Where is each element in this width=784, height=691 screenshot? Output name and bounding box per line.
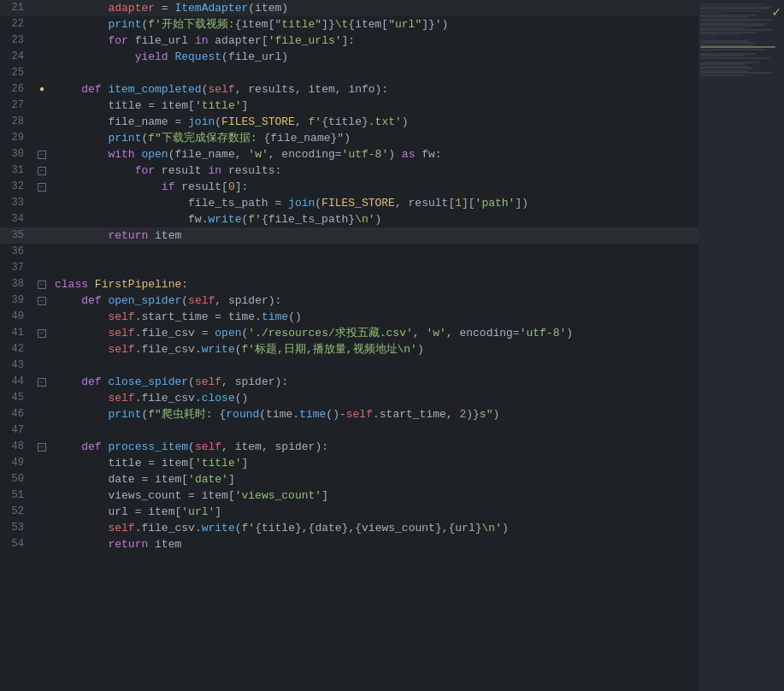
code-line-54: 54 return item [0,536,699,552]
code-line-47: 47 [0,422,699,439]
code-line-44: 44 − def close_spider(self, spider): [0,374,699,390]
fold-icon-44[interactable]: − [38,378,46,387]
line-icon-44: − [32,374,51,390]
code-line-45: 45 self.file_csv.close() [0,390,699,406]
line-number-52: 52 [0,504,32,520]
code-line-40: 40 self.start_time = time.time() [0,309,699,325]
line-content-46: print(f"爬虫耗时: {round(time.time()-self.st… [51,406,699,422]
fold-icon-41[interactable]: − [38,329,46,338]
line-content-35: return item [51,227,699,244]
line-content-48: def process_item(self, item, spider): [51,439,699,455]
code-line-33: 33 file_ts_path = join(FILES_STORE, resu… [0,195,699,211]
line-icon-46 [32,406,51,422]
line-icon-30: − [32,146,51,162]
line-number-33: 33 [0,195,32,211]
code-line-26: 26 ● def item_completed(self, results, i… [0,81,699,97]
code-line-46: 46 print(f"爬虫耗时: {round(time.time()-self… [0,406,699,422]
line-number-49: 49 [0,455,32,471]
line-icon-47 [32,422,51,439]
code-line-43: 43 [0,357,699,374]
code-line-37: 37 [0,260,699,276]
line-number-45: 45 [0,390,32,406]
line-content-54: return item [51,536,699,552]
line-number-50: 50 [0,471,32,487]
code-line-49: 49 title = item['title'] [0,455,699,471]
line-content-27: title = item['title'] [51,97,699,114]
code-line-39: 39 − def open_spider(self, spider): [0,292,699,309]
line-content-32: if result[0]: [51,179,699,195]
line-content-49: title = item['title'] [51,455,699,471]
code-area[interactable]: 21 adapter = ItemAdapter(item) 22 print(… [0,0,699,691]
line-number-27: 27 [0,97,32,114]
line-number-43: 43 [0,357,32,374]
line-number-40: 40 [0,309,32,325]
line-icon-24 [32,49,51,65]
line-number-28: 28 [0,114,32,130]
line-number-41: 41 [0,325,32,341]
line-icon-28 [32,114,51,130]
line-number-44: 44 [0,374,32,390]
fold-icon-32[interactable]: − [38,183,46,192]
line-content-40: self.start_time = time.time() [51,309,699,325]
line-number-37: 37 [0,260,32,276]
line-number-23: 23 [0,32,32,49]
line-icon-39: − [32,292,51,309]
line-icon-38: − [32,276,51,292]
line-icon-37 [32,260,51,276]
line-content-24: yield Request(file_url) [51,49,699,65]
line-content-36 [51,244,699,260]
minimap-content [699,0,784,80]
line-content-25 [51,65,699,81]
line-content-43 [51,357,699,374]
line-icon-40 [32,309,51,325]
fold-icon-31[interactable]: − [38,167,46,175]
code-line-21: 21 adapter = ItemAdapter(item) [0,0,699,16]
line-number-36: 36 [0,244,32,260]
line-number-38: 38 [0,276,32,292]
code-line-53: 53 self.file_csv.write(f'{title},{date},… [0,520,699,536]
code-line-31: 31 − for result in results: [0,162,699,179]
line-number-54: 54 [0,536,32,552]
line-content-28: file_name = join(FILES_STORE, f'{title}.… [51,114,699,130]
line-content-31: for result in results: [51,162,699,179]
line-icon-36 [32,244,51,260]
code-line-36: 36 [0,244,699,260]
code-line-35: 35 return item [0,227,699,244]
line-icon-27 [32,97,51,114]
line-content-34: fw.write(f'{file_ts_path}\n') [51,211,699,227]
line-content-29: print(f"下载完成保存数据: {file_name}") [51,130,699,146]
code-line-41: 41 − self.file_csv = open('./resources/求… [0,325,699,341]
line-number-53: 53 [0,520,32,536]
line-icon-45 [32,390,51,406]
line-number-34: 34 [0,211,32,227]
code-line-23: 23 for file_url in adapter['file_urls']: [0,32,699,49]
line-icon-33 [32,195,51,211]
fold-icon-38[interactable]: − [38,281,46,289]
line-content-53: self.file_csv.write(f'{title},{date},{vi… [51,520,699,536]
line-icon-49 [32,455,51,471]
line-icon-21 [32,0,51,16]
line-icon-43 [32,357,51,374]
fold-icon-48[interactable]: − [38,443,46,452]
line-number-51: 51 [0,487,32,504]
line-icon-42 [32,341,51,357]
line-content-21: adapter = ItemAdapter(item) [51,0,699,16]
line-number-39: 39 [0,292,32,309]
minimap[interactable]: ✓ [699,0,784,691]
line-content-39: def open_spider(self, spider): [51,292,699,309]
fold-icon-30[interactable]: − [38,151,46,159]
fold-icon-39[interactable]: − [38,297,46,305]
line-icon-31: − [32,162,51,179]
code-line-34: 34 fw.write(f'{file_ts_path}\n') [0,211,699,227]
line-content-45: self.file_csv.close() [51,390,699,406]
code-line-22: 22 print(f'开始下载视频:{item["title"]}\t{item… [0,16,699,32]
line-content-22: print(f'开始下载视频:{item["title"]}\t{item["u… [51,16,699,32]
line-number-21: 21 [0,0,32,16]
code-line-50: 50 date = item['date'] [0,471,699,487]
line-icon-26: ● [32,81,51,97]
line-content-41: self.file_csv = open('./resources/求投五藏.c… [51,325,699,341]
line-number-48: 48 [0,439,32,455]
code-line-32: 32 − if result[0]: [0,179,699,195]
line-icon-52 [32,504,51,520]
code-line-27: 27 title = item['title'] [0,97,699,114]
